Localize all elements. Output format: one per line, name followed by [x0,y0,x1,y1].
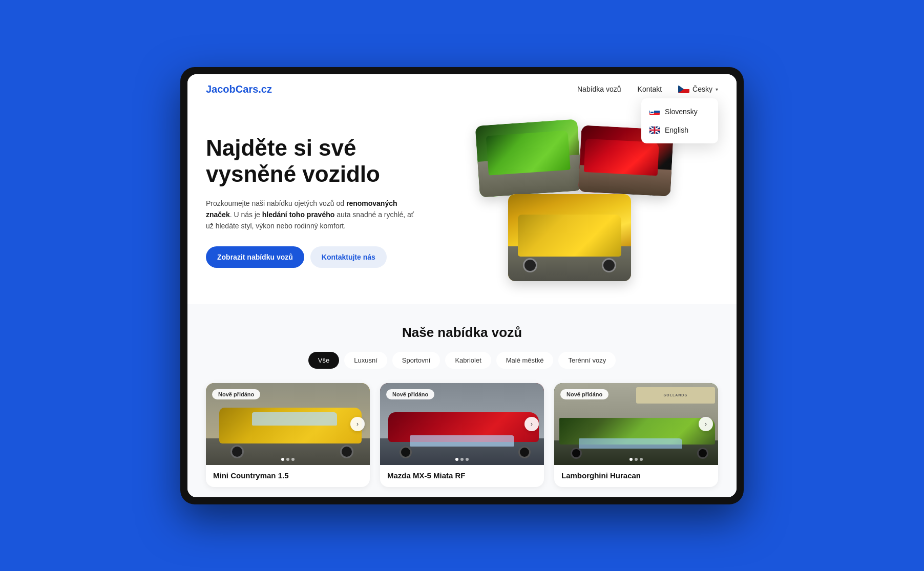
svg-rect-9 [650,112,654,113]
listing-mazda: Nově přidáno › [380,383,544,487]
dot-2 [635,458,638,461]
listing-mini-name: Mini Countryman 1.5 [213,471,363,480]
flag-sk-icon [649,108,660,115]
lang-option-sk[interactable]: Slovensky [641,102,718,121]
listing-lambo-badge: Nově přidáno [560,389,608,399]
show-offer-button[interactable]: Zobrazit nabídku vozů [206,246,304,268]
listing-lambo: Nově přidáno SOLLANDS › [554,383,718,487]
listing-mazda-badge: Nově přidáno [386,389,434,399]
catalog-filters: Vše Luxusní Sportovní Kabriolet Malé měs… [206,352,718,369]
car-listings: Nově přidáno [206,383,718,487]
listing-lambo-info: Lamborghini Huracan [554,465,718,487]
listing-mini-info: Mini Countryman 1.5 [206,465,370,487]
flag-cz-icon [678,85,689,93]
catalog-section: Naše nabídka vozů Vše Luxusní Sportovní … [187,304,737,497]
catalog-title: Naše nabídka vozů [206,325,718,341]
listing-mazda-name: Mazda MX-5 Miata RF [387,471,537,480]
listing-mini-badge: Nově přidáno [212,389,260,399]
dot-3 [291,458,295,461]
hero-buttons: Zobrazit nabídku vozů Kontaktujte nás [206,246,421,268]
listing-lambo-image: Nově přidáno SOLLANDS › [554,383,718,465]
lang-option-en-label: English [665,126,688,134]
collage-card-green [475,119,582,198]
dot-3 [466,458,469,461]
dot-2 [460,458,464,461]
listing-mazda-info: Mazda MX-5 Miata RF [380,465,544,487]
dot-1 [629,458,633,461]
listing-mazda-image: Nově přidáno › [380,383,544,465]
listing-mazda-dots [455,458,469,461]
listing-mini-dots [281,458,295,461]
contact-button[interactable]: Kontaktujte nás [310,246,387,268]
dot-2 [286,458,289,461]
site-logo[interactable]: JacobCars.cz [206,83,272,95]
listing-lambo-name: Lamborghini Huracan [561,471,711,480]
hero-left: Najděte si své vysněné vozidlo Prozkoume… [206,135,421,267]
chevron-down-icon: ▾ [716,87,718,92]
filter-cabriolet[interactable]: Kabriolet [445,352,491,369]
hero-description: Prozkoumejte naši nabídku ojetých vozů o… [206,198,421,232]
listing-mini-image: Nově přidáno [206,383,370,465]
logo-part1: Jacob [206,83,236,95]
language-selector[interactable]: Česky ▾ [678,85,718,93]
hero-right [421,120,718,284]
dot-1 [455,458,458,461]
filter-suv[interactable]: Terénní vozy [558,352,616,369]
listing-mazda-next[interactable]: › [524,417,539,431]
filter-all[interactable]: Vše [308,352,339,369]
listing-lambo-dots [629,458,643,461]
dot-1 [281,458,284,461]
listing-mini-next[interactable]: › [350,417,365,431]
flag-gb-icon [649,126,660,134]
nav-offer-link[interactable]: Nabídka vozů [577,85,621,93]
filter-city[interactable]: Malé městké [496,352,554,369]
screen: JacobCars.cz Nabídka vozů Kontakt Česky … [187,74,737,497]
collage-card-yellow [508,194,631,281]
hero-title: Najděte si své vysněné vozidlo [206,135,421,187]
lang-option-sk-label: Slovensky [665,108,698,116]
svg-rect-8 [650,110,654,112]
dot-3 [640,458,643,461]
filter-sport[interactable]: Sportovní [392,352,440,369]
device-frame: JacobCars.cz Nabídka vozů Kontakt Česky … [180,67,744,504]
car-collage [462,122,677,281]
nav-contact-link[interactable]: Kontakt [638,85,662,93]
nav-right: Nabídka vozů Kontakt Česky ▾ [577,85,718,93]
lang-current-label: Česky [692,85,712,93]
navbar: JacobCars.cz Nabídka vozů Kontakt Česky … [187,74,737,104]
lang-dropdown: Slovensky [641,98,718,143]
filter-luxury[interactable]: Luxusní [344,352,387,369]
listing-lambo-next[interactable]: › [699,417,713,431]
listing-mini: Nově přidáno [206,383,370,487]
lang-option-en[interactable]: English [641,121,718,139]
logo-part2: Cars.cz [236,83,272,95]
